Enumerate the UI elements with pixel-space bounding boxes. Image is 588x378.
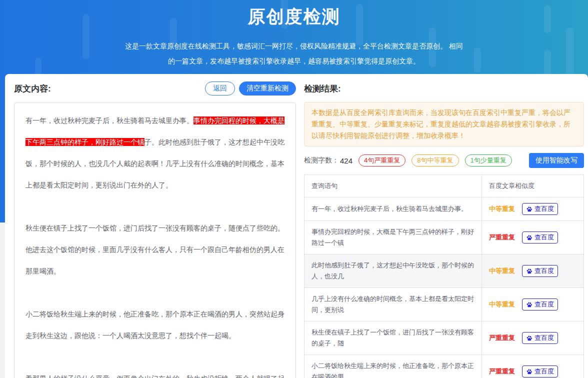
clear-redetect-button[interactable]: 清空重新检测 <box>239 82 296 96</box>
baidu-paw-icon <box>526 268 532 274</box>
original-text-area[interactable]: 有一年，收过秋种完麦子后，秋生骑着马去城里办事。事情办完回程的时候，大概是下午两… <box>14 102 296 378</box>
baidu-paw-icon <box>526 234 532 241</box>
table-row: 有一年，收过秋种完麦子后，秋生骑着马去城里办事。 中等重复 查百度 <box>304 198 584 221</box>
detection-results-panel: 检测结果: 本数据是从百度全网索引库查询而来，当发现该句在百度索引中重复严重，将… <box>304 81 584 378</box>
table-row: 几乎上没有什么准确的时间概念，基本上都是看太阳定时间，更别说 中等重复 查百度 <box>304 288 584 322</box>
sentence-cell: 几乎上没有什么准确的时间概念，基本上都是看太阳定时间，更别说 <box>304 288 482 322</box>
table-row: 事情办完回程的时候，大概是下午两三点钟的样子，刚好路过一个镇 严重重复 查百度 <box>304 221 584 254</box>
similarity-level: 严重重复 <box>489 366 515 377</box>
table-row: 小二将饭给秋生端上来的时候，他正准备吃，那个原本正在喝酒的男 严重重复 查百度 <box>304 355 584 378</box>
similarity-level: 严重重复 <box>489 232 515 243</box>
notice-box: 本数据是从百度全网索引库查询而来，当发现该句在百度索引中重复严重，将会以严重重复… <box>304 102 584 146</box>
original-paragraph-4: 看那男人的样子没什么恶意，倒更像个出门在外的。秋生也没拒绝，两个人就喝了起来。 <box>26 368 284 378</box>
similarity-level: 严重重复 <box>489 332 515 344</box>
severe-duplicate-badge: 4句严重重复 <box>358 154 406 166</box>
similarity-level: 中等重复 <box>489 266 515 276</box>
table-header-row: 查询语句 百度文章相似度 <box>304 175 584 198</box>
word-count-value: 424 <box>340 156 352 165</box>
column-header-similarity: 百度文章相似度 <box>482 175 584 198</box>
column-header-sentence: 查询语句 <box>304 175 482 198</box>
original-paragraph-1: 有一年，收过秋种完麦子后，秋生骑着马去城里办事。事情办完回程的时候，大概是下午两… <box>26 110 284 196</box>
sentence-cell: 秋生便在镇子上找了一个饭馆，进门后找了一张没有顾客的桌子，随 <box>304 322 482 355</box>
original-content-panel: 原文内容: 返回 清空重新检测 有一年，收过秋种完麦子后，秋生骑着马去城里办事。… <box>14 81 296 378</box>
baidu-paw-icon <box>526 206 532 212</box>
sentence-cell: 事情办完回程的时候，大概是下午两三点钟的样子，刚好路过一个镇 <box>304 221 482 254</box>
similarity-level: 中等重复 <box>489 299 515 310</box>
word-count-label: 检测字数： <box>304 156 339 165</box>
light-duplicate-badge: 1句少量重复 <box>465 154 512 166</box>
stats-row: 检测字数： 424 4句严重重复 8句中等重复 1句少量重复 使用智能改写 <box>304 153 584 168</box>
check-baidu-button[interactable]: 查百度 <box>522 203 558 215</box>
medium-duplicate-badge: 8句中等重复 <box>412 154 458 166</box>
page-description: 这是一款文章原创度在线检测工具，敏感词汇一网打尽，侵权风险精准规避，全平台检测文… <box>123 38 466 68</box>
table-row: 此时他感到肚子饿了，这才想起中午没吃饭，那个时候的人，也没几 中等重复 查百度 <box>304 254 584 288</box>
detection-results-title: 检测结果: <box>304 83 341 94</box>
check-baidu-button[interactable]: 查百度 <box>522 332 558 344</box>
baidu-paw-icon <box>526 368 532 375</box>
original-paragraph-3: 小二将饭给秋生端上来的时候，他正准备吃，那个原本正在喝酒的男人，突然站起身走到秋… <box>26 304 284 346</box>
original-content-title: 原文内容: <box>14 83 51 94</box>
sentence-cell: 有一年，收过秋种完麦子后，秋生骑着马去城里办事。 <box>304 198 482 221</box>
smart-rewrite-button[interactable]: 使用智能改写 <box>529 153 584 168</box>
sentence-cell: 此时他感到肚子饿了，这才想起中午没吃饭，那个时候的人，也没几 <box>304 254 482 288</box>
check-baidu-button[interactable]: 查百度 <box>522 232 558 244</box>
baidu-paw-icon <box>526 335 532 342</box>
back-button[interactable]: 返回 <box>205 82 235 96</box>
check-baidu-button[interactable]: 查百度 <box>522 265 558 277</box>
table-row: 秋生便在镇子上找了一个饭馆，进门后找了一张没有顾客的桌子，随 严重重复 查百度 <box>304 322 584 355</box>
main-card: 原文内容: 返回 清空重新检测 有一年，收过秋种完麦子后，秋生骑着马去城里办事。… <box>5 74 588 378</box>
similarity-table: 查询语句 百度文章相似度 有一年，收过秋种完麦子后，秋生骑着马去城里办事。 中等… <box>304 174 584 378</box>
check-baidu-button[interactable]: 查百度 <box>522 366 558 378</box>
similarity-level: 中等重复 <box>489 204 515 214</box>
check-baidu-button[interactable]: 查百度 <box>522 298 558 310</box>
original-paragraph-2: 秋生便在镇子上找了一个饭馆，进门后找了一张没有顾客的桌子，随便点了些吃的。他进去… <box>26 218 284 282</box>
sentence-cell: 小二将饭给秋生端上来的时候，他正准备吃，那个原本正在喝酒的男 <box>304 355 482 378</box>
baidu-paw-icon <box>526 302 532 308</box>
page-title: 原创度检测 <box>0 5 588 28</box>
